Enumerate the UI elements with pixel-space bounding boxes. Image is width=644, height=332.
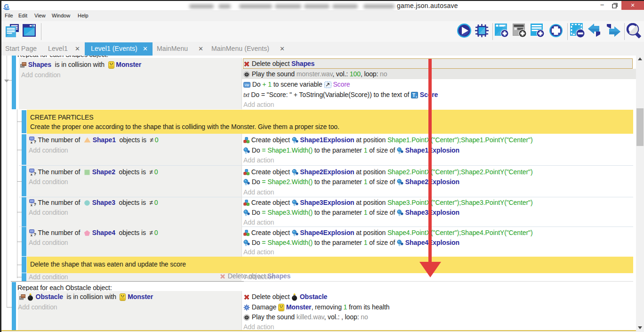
svg-text:x: x (31, 233, 33, 237)
svg-text:x: x (31, 203, 33, 207)
svg-text:Var: Var (244, 83, 250, 87)
svg-text:T: T (412, 92, 415, 97)
svg-text:x: x (31, 140, 33, 145)
svg-text:?: ? (34, 171, 36, 176)
svg-text:?: ? (34, 139, 36, 144)
svg-text:?: ? (34, 202, 36, 207)
svg-text:x: x (31, 172, 33, 176)
svg-text:?: ? (34, 232, 36, 237)
